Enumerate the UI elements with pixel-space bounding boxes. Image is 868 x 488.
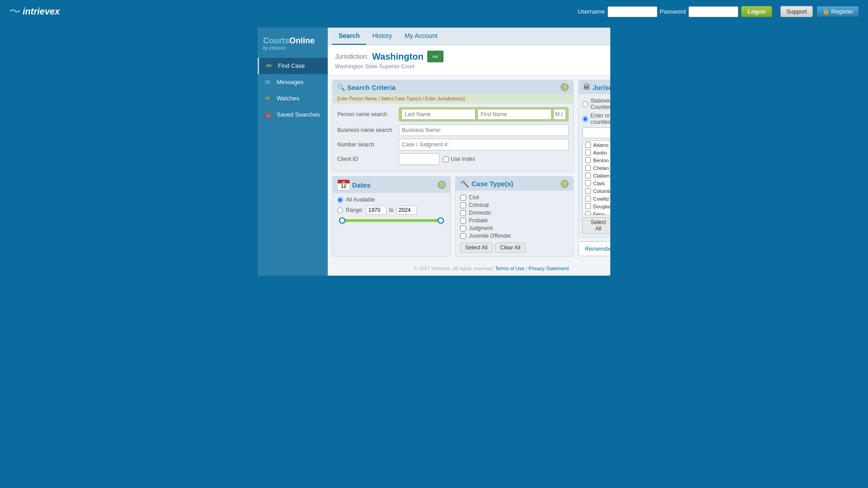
tab-search[interactable]: Search <box>332 28 366 45</box>
juvenile-offender-checkbox[interactable] <box>460 233 466 239</box>
enter-select-row: Enter or select counties <box>582 113 610 125</box>
slider-thumb-right[interactable] <box>438 217 444 224</box>
number-search-input[interactable] <box>399 139 569 150</box>
by-label: by intrievex <box>263 46 322 51</box>
dates-help[interactable]: ? <box>438 181 446 189</box>
ferry-checkbox[interactable] <box>585 211 591 215</box>
county-clark[interactable]: Clark <box>583 179 610 187</box>
mi-input[interactable] <box>553 109 566 120</box>
first-name-input[interactable] <box>477 109 552 120</box>
county-adams[interactable]: Adams <box>583 141 610 149</box>
county-list: Adams Asotin Benton <box>582 141 610 215</box>
search-area: 🔍 Search Criteria ? Enter Person Name / … <box>328 75 610 261</box>
case-types-body: Civil Criminal Domestic Pr <box>456 191 573 256</box>
range-radio[interactable] <box>337 207 343 213</box>
county-douglas[interactable]: Douglas <box>583 202 610 210</box>
county-cowlitz[interactable]: Cowlitz <box>583 195 610 202</box>
search-criteria-help[interactable]: ? <box>561 83 569 91</box>
terms-link[interactable]: Terms of Use <box>495 266 524 271</box>
tab-history[interactable]: History <box>366 28 399 45</box>
business-name-input[interactable] <box>399 124 569 136</box>
chelan-checkbox[interactable] <box>585 165 591 171</box>
case-type-juvenile-offender[interactable]: Juvenile Offender <box>460 233 569 239</box>
sidebar-item-find-case[interactable]: ✏ Find Case <box>258 58 328 74</box>
tab-my-account[interactable]: My Account <box>398 28 443 45</box>
county-benton[interactable]: Benton <box>583 156 610 164</box>
case-type-judgment[interactable]: Judgment <box>460 225 569 231</box>
asotin-checkbox[interactable] <box>585 150 591 155</box>
case-type-domestic[interactable]: Domestic <box>460 210 569 216</box>
sidebar-item-saved-searches[interactable]: 🔖 Saved Searches <box>258 107 328 123</box>
criminal-checkbox[interactable] <box>460 202 466 208</box>
clark-checkbox[interactable] <box>585 180 591 186</box>
benton-checkbox[interactable] <box>585 157 591 163</box>
wa-flag: WA <box>427 51 443 62</box>
case-types-header: 🔨 Case Type(s) ? <box>456 177 573 191</box>
person-name-label: Person name search <box>337 111 396 117</box>
footer: © 2017 Intrievex. All rights reserved. T… <box>328 261 610 276</box>
statewide-radio[interactable] <box>582 101 588 107</box>
douglas-checkbox[interactable] <box>585 203 591 209</box>
columbia-checkbox[interactable] <box>585 188 591 194</box>
top-bar: 〜 intrievex Username Password Logon Supp… <box>0 0 868 23</box>
range-from-input[interactable] <box>366 206 387 215</box>
case-types-panel: 🔨 Case Type(s) ? Civil <box>455 176 574 257</box>
logon-button[interactable]: Logon <box>741 6 773 17</box>
copyright-text: © 2017 Intrievex. All rights reserved. <box>414 266 494 271</box>
to-label: to <box>389 207 394 213</box>
slider-thumb-left[interactable] <box>339 217 345 224</box>
clallam-checkbox[interactable] <box>585 173 591 178</box>
last-name-input[interactable] <box>401 109 476 120</box>
case-type-civil[interactable]: Civil <box>460 194 569 201</box>
bottom-panels: ▬ 12 Dates ? All Available <box>332 176 574 257</box>
range-to-input[interactable] <box>396 206 417 215</box>
calendar-icon: ▬ 12 <box>337 179 350 190</box>
county-asotin[interactable]: Asotin <box>583 149 610 156</box>
enter-select-radio[interactable] <box>582 116 588 122</box>
main-area: Search History My Account Jurisdiction: … <box>328 28 610 276</box>
eye-icon: 👁 <box>262 94 273 103</box>
jurisdiction-panel-body: Statewide (39 Counties) Enter or select … <box>579 94 610 237</box>
jurisdiction-select-all[interactable]: Select All <box>582 217 610 234</box>
nav-tabs: Search History My Account <box>328 28 610 45</box>
county-columbia[interactable]: Columbia <box>583 187 610 195</box>
case-types-select-all[interactable]: Select All <box>460 243 492 253</box>
username-label: Username <box>578 8 605 15</box>
domestic-checkbox[interactable] <box>460 210 466 216</box>
case-types-clear-all[interactable]: Clear All <box>495 243 525 253</box>
lock-icon: 🔒 <box>822 8 830 15</box>
remember-search-button[interactable]: Remember this search <box>578 241 610 256</box>
probate-checkbox[interactable] <box>460 218 466 224</box>
cowlitz-checkbox[interactable] <box>585 196 591 202</box>
password-label: Password <box>660 8 686 15</box>
password-input[interactable] <box>689 6 738 17</box>
number-search-row: Number search <box>337 139 569 150</box>
use-index-label: Use Index <box>443 156 475 162</box>
case-type-criminal[interactable]: Criminal <box>460 202 569 208</box>
jurisdiction-panel-title: Jurisdiction <box>593 84 610 91</box>
all-available-radio[interactable] <box>337 197 343 203</box>
civil-checkbox[interactable] <box>460 195 466 201</box>
username-input[interactable] <box>608 6 657 17</box>
dates-header: ▬ 12 Dates ? <box>333 177 450 193</box>
date-slider[interactable] <box>337 219 446 222</box>
county-ferry[interactable]: Ferry <box>583 210 610 215</box>
person-name-row: Person name search <box>337 107 569 122</box>
case-types-help[interactable]: ? <box>561 180 569 188</box>
sidebar-item-messages[interactable]: ✉ Messages <box>258 74 328 90</box>
judgment-checkbox[interactable] <box>460 225 466 231</box>
privacy-link[interactable]: Privacy Statement <box>528 266 569 271</box>
client-id-input[interactable] <box>399 153 439 165</box>
case-type-probate[interactable]: Probate <box>460 217 569 224</box>
sidebar-item-watches[interactable]: 👁 Watches <box>258 90 328 107</box>
county-chelan[interactable]: Chelan <box>583 164 610 172</box>
find-case-label: Find Case <box>278 62 305 69</box>
use-index-checkbox[interactable] <box>443 156 449 162</box>
register-button[interactable]: 🔒 Register <box>816 6 859 17</box>
county-clallam[interactable]: Clallam <box>583 172 610 179</box>
adams-checkbox[interactable] <box>585 142 591 148</box>
main-wrapper: CourtsOnline by intrievex ✏ Find Case ✉ … <box>0 23 868 285</box>
case-types-title: Case Type(s) <box>472 180 513 188</box>
support-button[interactable]: Support <box>780 6 813 17</box>
county-search-input[interactable] <box>582 127 610 138</box>
